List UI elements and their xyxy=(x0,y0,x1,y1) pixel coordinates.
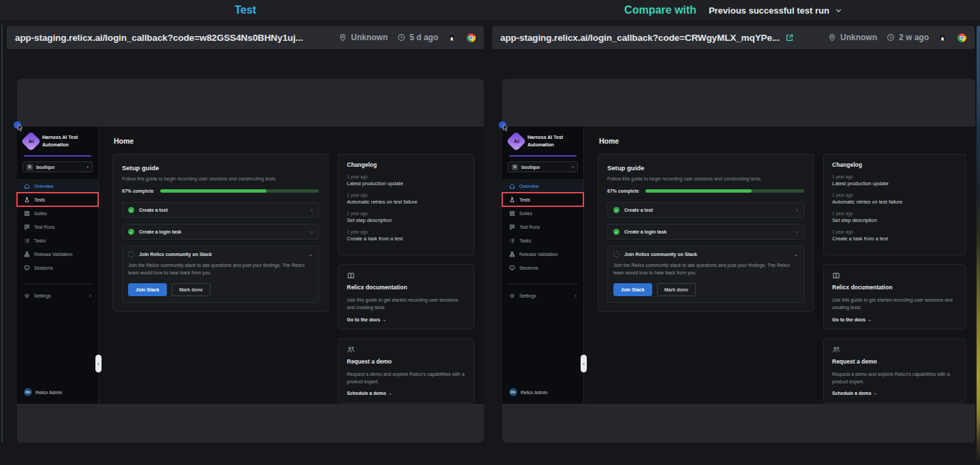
changelog-entry[interactable]: 1 year ago Automatic retries on test fai… xyxy=(347,193,465,205)
setup-task-create-login-task[interactable]: ✓ Create a login task › xyxy=(122,224,319,240)
changelog-entry[interactable]: 1 year ago Create a task from a test xyxy=(347,229,465,242)
browser-chrome-icon xyxy=(467,33,476,42)
documentation-card: Relicx documentation Use this guide to g… xyxy=(823,264,966,330)
progress-label: 67% complete xyxy=(607,189,639,193)
join-slack-button[interactable]: Join Slack xyxy=(613,283,652,296)
chevron-down-icon xyxy=(835,7,842,14)
chevron-right-icon: › xyxy=(575,293,577,299)
brand-name: Harness AI Test Automation xyxy=(42,134,89,148)
changelog-entry[interactable]: 1 year ago Create a task from a test xyxy=(832,229,957,242)
project-initial-badge: B xyxy=(512,164,518,170)
setup-task-create-login-task[interactable]: ✓ Create a login task › xyxy=(607,224,804,240)
changelog-title: Changelog xyxy=(347,161,465,168)
documentation-title: Relicx documentation xyxy=(832,284,957,291)
chevron-right-icon: › xyxy=(89,293,91,299)
os-linux-icon xyxy=(938,33,947,42)
chevron-down-icon: ⌄ xyxy=(308,251,313,257)
compare-age: 2 w ago xyxy=(899,33,929,42)
sidebar-divider xyxy=(22,284,93,285)
sidebar-item-tests[interactable]: Tests xyxy=(17,193,98,206)
changelog-entry[interactable]: 1 year ago Latest production update xyxy=(347,174,465,187)
check-circle-icon: ✓ xyxy=(128,207,134,213)
book-icon xyxy=(347,272,355,280)
sidebar-item-overview[interactable]: Overview xyxy=(502,179,583,193)
project-name: boutique xyxy=(521,165,540,170)
sidebar-item-sessions[interactable]: Sessions xyxy=(502,261,583,274)
sidebar-collapse-handle[interactable]: ‹ xyxy=(95,355,102,372)
external-link-icon[interactable] xyxy=(785,33,794,42)
chevron-down-icon: ⌄ xyxy=(793,251,798,257)
setup-task-create-test[interactable]: ✓ Create a test › xyxy=(122,202,319,218)
compare-run-selector[interactable]: Previous successful test run xyxy=(709,5,842,16)
app-sidebar: AI Harness AI Test Automation B boutique… xyxy=(17,127,99,404)
flask-icon xyxy=(24,197,30,203)
page-title: Home xyxy=(584,127,975,145)
join-slack-button[interactable]: Join Slack xyxy=(128,283,167,296)
sidebar-item-tests[interactable]: Tests xyxy=(502,193,583,206)
changelog-entry[interactable]: 1 year ago Set step description xyxy=(832,211,957,223)
project-selector[interactable]: B boutique › xyxy=(22,161,93,172)
brand-divider xyxy=(24,155,91,157)
sidebar-item-sessions[interactable]: Sessions xyxy=(17,261,98,274)
setup-guide-title: Setup guide xyxy=(607,164,804,172)
setup-task-join-slack-header[interactable]: Join Relicx community on Slack ⌄ xyxy=(128,251,313,257)
sidebar-item-test-runs[interactable]: Test Runs xyxy=(17,220,98,234)
previous-screenshot-edge xyxy=(1,25,3,443)
request-demo-title: Request a demo xyxy=(347,358,465,365)
documentation-description: Use this guide to get started recording … xyxy=(832,297,957,312)
base-panel-title: Test xyxy=(234,4,256,16)
clock-icon xyxy=(887,33,895,42)
changelog-entry[interactable]: 1 year ago Set step description xyxy=(347,211,465,223)
user-account[interactable]: RA Relicx Admin xyxy=(502,388,583,404)
progress-bar xyxy=(160,189,319,193)
request-demo-card: Request a demo Request a demo and explor… xyxy=(823,338,966,404)
checklist-icon xyxy=(509,238,515,244)
go-to-docs-link[interactable]: Go to the docs → xyxy=(347,317,386,322)
sidebar-item-release-validation[interactable]: Release Validation xyxy=(17,247,98,261)
sidebar-item-release-validation[interactable]: Release Validation xyxy=(502,247,583,261)
home-icon xyxy=(509,183,515,189)
checklist-icon xyxy=(24,238,30,244)
sidebar-nav: Overview Tests Suites Test Runs Tasks xyxy=(17,179,98,274)
base-url-bar: app-staging.relicx.ai/login_callback?cod… xyxy=(7,26,484,49)
chevron-right-icon: › xyxy=(572,164,574,170)
schedule-demo-link[interactable]: Schedule a demo → xyxy=(832,391,878,396)
compare-screenshot: AI Harness AI Test Automation B boutique… xyxy=(502,79,975,443)
setup-task-create-test[interactable]: ✓ Create a test › xyxy=(607,202,804,218)
sidebar-collapse-handle[interactable]: ‹ xyxy=(581,355,587,372)
sidebar-item-overview[interactable]: Overview xyxy=(17,179,98,193)
mark-done-button[interactable]: Mark done xyxy=(172,283,211,296)
changelog-entry[interactable]: 1 year ago Latest production update xyxy=(832,174,957,187)
schedule-demo-link[interactable]: Schedule a demo → xyxy=(347,391,393,396)
sidebar-item-tasks[interactable]: Tasks xyxy=(17,234,98,247)
join-slack-description: Join the Relicx community slack to ask q… xyxy=(128,262,313,277)
sidebar-item-settings[interactable]: Settings › xyxy=(502,289,583,302)
app-main: Home Setup guide Follow this guide to be… xyxy=(99,127,484,404)
sidebar-item-suites[interactable]: Suites xyxy=(17,206,98,220)
comparison-header: Test Compare with Previous successful te… xyxy=(0,0,980,20)
progress-label: 67% complete xyxy=(122,189,154,193)
harness-logo-icon: AI xyxy=(21,131,42,152)
compare-panel-title: Compare with xyxy=(624,4,696,16)
base-app-screenshot: AI Harness AI Test Automation B boutique… xyxy=(17,127,484,404)
request-demo-title: Request a demo xyxy=(832,358,957,365)
setup-task-join-slack: Join Relicx community on Slack ⌄ Join th… xyxy=(122,246,319,303)
setup-task-join-slack-header[interactable]: Join Relicx community on Slack ⌄ xyxy=(613,251,798,257)
setup-task-join-slack: Join Relicx community on Slack ⌄ Join th… xyxy=(607,246,804,303)
project-selector[interactable]: B boutique › xyxy=(508,161,578,172)
relicx-app: AI Harness AI Test Automation B boutique… xyxy=(17,127,484,404)
changelog-entry[interactable]: 1 year ago Automatic retries on test fai… xyxy=(832,193,957,205)
compare-location: Unknown xyxy=(840,33,877,42)
sidebar-item-settings[interactable]: Settings › xyxy=(17,289,98,302)
sidebar-item-suites[interactable]: Suites xyxy=(502,206,583,220)
sidebar-item-tasks[interactable]: Tasks xyxy=(502,234,583,247)
mark-done-button[interactable]: Mark done xyxy=(657,283,696,296)
user-account[interactable]: RA Relicx Admin xyxy=(17,388,98,404)
cursor-marker-icon xyxy=(14,121,22,129)
chevron-right-icon: › xyxy=(311,207,313,214)
sidebar-item-test-runs[interactable]: Test Runs xyxy=(502,220,583,234)
go-to-docs-link[interactable]: Go to the docs → xyxy=(832,317,872,322)
changelog-card: Changelog 1 year ago Latest production u… xyxy=(338,154,474,255)
documentation-card: Relicx documentation Use this guide to g… xyxy=(338,264,474,330)
relicx-app: AI Harness AI Test Automation B boutique… xyxy=(502,127,975,404)
